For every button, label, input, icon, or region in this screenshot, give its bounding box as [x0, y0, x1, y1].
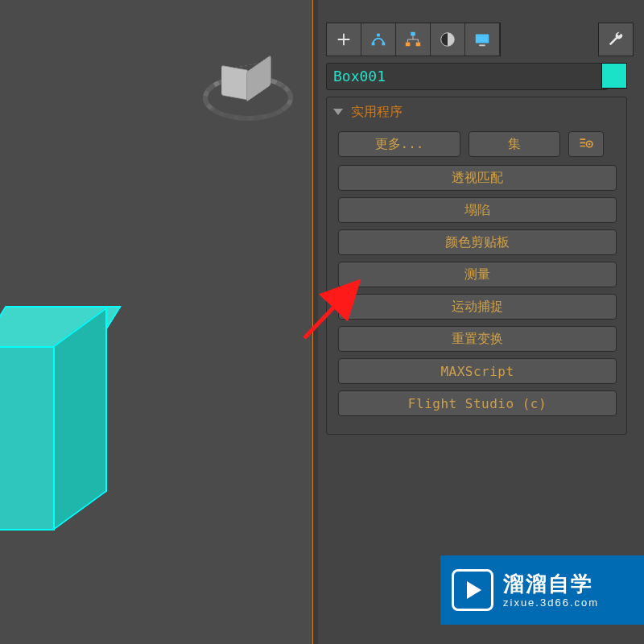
- measure-button[interactable]: 测量: [338, 262, 617, 287]
- perspective-match-button[interactable]: 透视匹配: [338, 165, 617, 191]
- motion-capture-button[interactable]: 运动捕捉: [338, 294, 617, 320]
- hierarchy-icon: [404, 31, 422, 48]
- box-object[interactable]: [0, 306, 129, 531]
- configure-button[interactable]: [568, 131, 604, 157]
- object-name-field[interactable]: Box001: [326, 63, 608, 90]
- wrench-icon: [607, 31, 625, 48]
- object-color-swatch[interactable]: [601, 63, 627, 89]
- svg-rect-3: [411, 32, 415, 36]
- rollout-title: 实用程序: [351, 104, 402, 121]
- utilities-rollout: 实用程序 更多... 集 透视匹配 塌陷 颜色剪贴板 测量 运动捕捉 重置变换: [326, 97, 627, 435]
- motion-icon: [439, 31, 456, 48]
- tab-create[interactable]: [327, 23, 361, 56]
- command-panel: Box001 实用程序 更多... 集 透视匹配 塌陷 颜色剪贴板: [318, 0, 644, 644]
- sets-button[interactable]: 集: [469, 131, 560, 157]
- flight-studio-button[interactable]: Flight Studio (c): [338, 390, 617, 416]
- panel-tabs: [326, 23, 501, 56]
- svg-rect-5: [416, 43, 421, 47]
- viewcube[interactable]: [203, 44, 291, 133]
- tab-hierarchy[interactable]: [396, 23, 431, 56]
- svg-point-11: [588, 143, 591, 146]
- color-clipboard-button[interactable]: 颜色剪贴板: [338, 229, 617, 255]
- tab-modify[interactable]: [361, 23, 396, 56]
- collapse-button[interactable]: 塌陷: [338, 197, 617, 223]
- svg-rect-8: [476, 35, 489, 43]
- watermark-title: 溜溜自学: [503, 571, 599, 597]
- collapse-icon: [333, 109, 343, 115]
- plus-icon: [335, 31, 353, 48]
- tab-utilities[interactable]: [598, 23, 634, 56]
- svg-rect-1: [382, 43, 386, 46]
- svg-rect-9: [479, 44, 485, 46]
- watermark: 溜溜自学 zixue.3d66.com: [440, 555, 644, 625]
- viewport[interactable]: [0, 0, 312, 644]
- svg-rect-0: [372, 43, 375, 46]
- tab-display[interactable]: [465, 23, 500, 56]
- svg-rect-4: [406, 43, 411, 47]
- more-button[interactable]: 更多...: [338, 131, 460, 157]
- play-logo-icon: [452, 569, 493, 611]
- maxscript-button[interactable]: MAXScript: [338, 358, 617, 384]
- tab-motion[interactable]: [431, 23, 465, 56]
- modify-icon: [369, 31, 387, 48]
- watermark-url: zixue.3d66.com: [503, 597, 599, 609]
- rollout-header[interactable]: 实用程序: [327, 97, 626, 126]
- display-icon: [473, 31, 491, 48]
- list-gear-icon: [578, 136, 594, 152]
- svg-rect-2: [377, 34, 380, 37]
- reset-xform-button[interactable]: 重置变换: [338, 326, 617, 352]
